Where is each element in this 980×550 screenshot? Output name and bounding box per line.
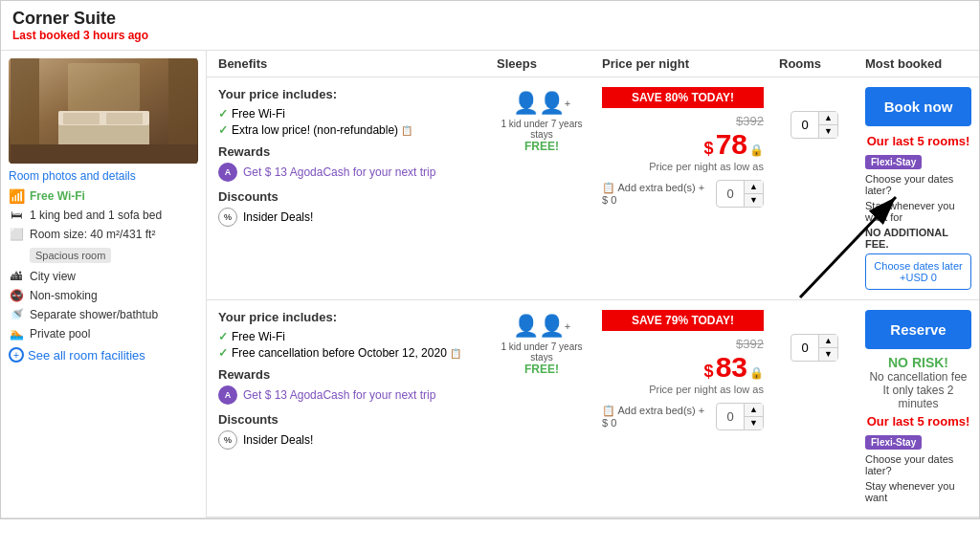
people-icons-2: 👤 👤 + <box>513 314 570 339</box>
rooms-stepper-btns-1: ▲ ▼ <box>818 112 837 138</box>
stepper-down-2[interactable]: ▼ <box>745 417 763 429</box>
orig-price-1: $392 <box>602 114 764 128</box>
discount-icon-1: % <box>218 208 237 227</box>
rooms-up-1[interactable]: ▲ <box>819 112 837 125</box>
room-image[interactable] <box>9 58 198 164</box>
header-rooms: Rooms <box>771 56 858 71</box>
flexi-text-2b: Stay whenever you want <box>865 480 971 503</box>
room-header: Corner Suite Last booked 3 hours ago <box>1 1 979 51</box>
room-photos-link[interactable]: Room photos and details <box>9 169 198 183</box>
stepper-down-1[interactable]: ▼ <box>745 194 763 207</box>
flexi-section-1: Flexi-Stay Choose your dates later? Stay… <box>865 154 971 290</box>
check-icon-1: ✓ <box>218 107 228 121</box>
city-icon: 🏙 <box>9 269 24 284</box>
book-button-1[interactable]: Book now <box>865 87 971 126</box>
offer-row-2: Your price includes: ✓ Free Wi-Fi ✓ Free… <box>207 300 979 517</box>
benefit-cancel-2: ✓ Free cancellation before October 12, 2… <box>218 346 478 360</box>
flexi-badge-1: Flexi-Stay <box>865 155 922 169</box>
extra-bed-text-1: 📋 Add extra bed(s) + $ 0 <box>602 182 712 206</box>
rooms-down-2[interactable]: ▼ <box>819 348 837 361</box>
rooms-cell-2: 0 ▲ ▼ <box>771 310 858 507</box>
stepper-val-2: 0 <box>717 406 744 428</box>
action-cell-1: Book now Our last 5 rooms! Flexi-Stay Ch… <box>858 87 979 290</box>
extra-bed-stepper-1[interactable]: 0 ▲ ▼ <box>716 180 764 208</box>
reserve-button-2[interactable]: Reserve <box>865 310 971 349</box>
stepper-val-1: 0 <box>717 183 744 205</box>
pool-icon: 🏊 <box>9 326 24 341</box>
discount-text-1: Insider Deals! <box>243 210 313 224</box>
stepper-up-1[interactable]: ▲ <box>745 181 763 194</box>
last-rooms-1: Our last 5 rooms! <box>865 134 971 148</box>
header-benefits: Benefits <box>207 56 489 71</box>
current-price-2: 83 <box>716 351 747 384</box>
lock-icon-2: 🔒 <box>749 366 764 380</box>
benefit-text-wifi-2: Free Wi-Fi <box>232 330 285 343</box>
extra-bed-1: 📋 Add extra bed(s) + $ 0 0 ▲ ▼ <box>602 180 764 208</box>
sleeps-cell-1: 👤 👤 + 1 kid under 7 years stays FREE! <box>489 87 594 290</box>
benefit-extra-1: ✓ Extra low price! (non-refundable) 📋 <box>218 123 478 137</box>
rooms-down-1[interactable]: ▼ <box>819 125 837 138</box>
orig-price-2: $392 <box>602 337 764 351</box>
no-cancel-2: No cancellation fee <box>865 370 971 384</box>
save-badge-2: SAVE 79% TODAY! <box>602 310 764 331</box>
plus-icon-1: + <box>565 98 570 109</box>
room-photo-svg <box>11 58 197 164</box>
header-most-booked: Most booked <box>858 56 979 71</box>
rewards-title-1: Rewards <box>218 144 478 159</box>
discount-icon-2: % <box>218 430 237 450</box>
rewards-link-2[interactable]: Get $ 13 AgodaCash for your next trip <box>243 388 435 402</box>
last-rooms-2: Our last 5 rooms! <box>865 414 971 429</box>
benefits-cell-2: Your price includes: ✓ Free Wi-Fi ✓ Free… <box>207 310 489 507</box>
rooms-stepper-2[interactable]: 0 ▲ ▼ <box>791 334 838 362</box>
sleeps-note-2: 1 kid under 7 years stays <box>497 341 587 363</box>
sleeps-note-1: 1 kid under 7 years stays <box>497 119 587 140</box>
flexi-text-1c: NO ADDITIONAL FEE. <box>865 227 971 250</box>
check-icon-2: ✓ <box>218 123 228 137</box>
flexi-badge-2: Flexi-Stay <box>865 435 922 450</box>
see-facilities-link[interactable]: + See all room facilities <box>9 347 198 363</box>
plus-icon-2: + <box>565 320 570 332</box>
offers-container: Your price includes: ✓ Free Wi-Fi ✓ Extr… <box>207 77 979 517</box>
room-card: Corner Suite Last booked 3 hours ago <box>0 0 980 519</box>
rewards-link-1[interactable]: Get $ 13 AgodaCash for your next trip <box>243 165 435 179</box>
save-badge-1: SAVE 80% TODAY! <box>602 87 764 108</box>
rooms-stepper-btns-2: ▲ ▼ <box>818 335 837 361</box>
benefit-text-cancel-2: Free cancellation before October 12, 202… <box>232 346 461 360</box>
sidebar: Room photos and details 📶 Free Wi-Fi 🛏 1… <box>1 51 207 517</box>
rooms-stepper-1[interactable]: 0 ▲ ▼ <box>791 111 838 139</box>
discounts-item-2: % Insider Deals! <box>218 430 478 450</box>
shower-label: Separate shower/bathtub <box>30 308 158 321</box>
dollar-sign-2: $ <box>704 362 714 382</box>
check-icon-3: ✓ <box>218 330 228 343</box>
rooms-up-2[interactable]: ▲ <box>819 335 837 348</box>
flexi-section-2: Flexi-Stay Choose your dates later? Stay… <box>865 434 971 503</box>
city-label: City view <box>30 270 76 283</box>
price-includes-2: Your price includes: <box>218 310 478 324</box>
flexi-btn-1[interactable]: Choose dates later +USD 0 <box>865 253 971 290</box>
column-headers: Benefits Sleeps Price per night Rooms Mo… <box>207 51 979 77</box>
header-price: Price per night <box>594 56 771 71</box>
room-title: Corner Suite <box>12 9 968 29</box>
amenity-city: 🏙 City view <box>9 269 198 284</box>
amenity-size: ⬜ Room size: 40 m²/431 ft² <box>9 227 198 242</box>
amenity-wifi: 📶 Free Wi-Fi <box>9 188 198 204</box>
stepper-up-2[interactable]: ▲ <box>745 404 763 417</box>
price-cell-1: SAVE 80% TODAY! $392 $ 78 🔒 Price per ni… <box>594 87 771 290</box>
free-badge-1: FREE! <box>524 140 559 153</box>
price-cell-2: SAVE 79% TODAY! $392 $ 83 🔒 Price per ni… <box>594 310 771 507</box>
pool-label: Private pool <box>30 327 90 341</box>
agoda-icon-1: A <box>218 163 237 182</box>
nosmoking-label: Non-smoking <box>30 289 98 302</box>
nosmoking-icon: 🚭 <box>9 288 24 303</box>
benefit-text-wifi-1: Free Wi-Fi <box>232 107 285 121</box>
svg-rect-9 <box>68 63 140 111</box>
header-sleeps: Sleeps <box>489 56 594 71</box>
person-icon-1: 👤 <box>513 91 539 116</box>
size-label: Room size: 40 m²/431 ft² <box>30 228 155 241</box>
agoda-icon-2: A <box>218 385 237 405</box>
extra-bed-stepper-2[interactable]: 0 ▲ ▼ <box>716 403 764 430</box>
person-icon-2: 👤 <box>539 91 565 116</box>
amenity-bed: 🛏 1 king bed and 1 sofa bed <box>9 208 198 223</box>
amenity-shower: 🚿 Separate shower/bathtub <box>9 307 198 322</box>
wifi-icon: 📶 <box>9 188 24 204</box>
